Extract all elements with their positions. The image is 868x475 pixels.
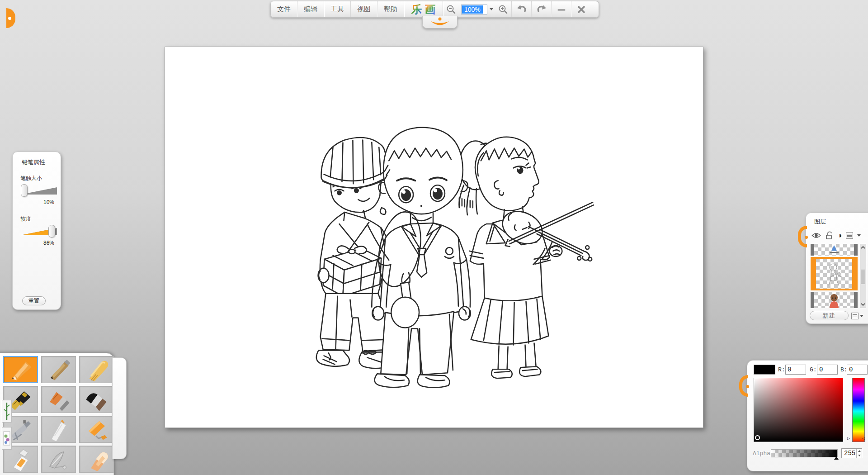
layers-panel-title: 图层	[814, 218, 826, 226]
paint-roller-icon	[84, 418, 110, 441]
tool-palette-panel	[0, 353, 114, 475]
color-panel-tab[interactable]	[739, 375, 748, 397]
softness-slider[interactable]	[21, 226, 57, 237]
tool-charcoal-pencil[interactable]	[41, 356, 76, 383]
minimize-icon	[557, 5, 566, 14]
bamboo-icon	[3, 402, 10, 421]
tool-flat-brush[interactable]	[41, 386, 76, 413]
eraser-icon	[84, 447, 110, 471]
brush-size-slider-thumb[interactable]	[21, 184, 28, 197]
pointed-brush-icon	[84, 388, 110, 411]
alpha-spin-down[interactable]	[857, 453, 862, 458]
logo-glyph-hua: 画	[425, 2, 436, 17]
sv-cursor[interactable]	[755, 435, 760, 440]
brush-size-value: 10%	[43, 199, 54, 205]
sketch-girl-with-violin	[459, 137, 594, 379]
layer-list-menu-icon[interactable]	[846, 232, 853, 239]
new-layer-button[interactable]: 新建	[810, 311, 849, 320]
hue-bar[interactable]	[852, 378, 865, 442]
close-button[interactable]	[571, 1, 591, 17]
minimize-button[interactable]	[552, 1, 571, 17]
canvas-artwork	[165, 47, 703, 428]
logo-glyph-le: 乐	[411, 2, 422, 17]
layer-menu-caret[interactable]	[857, 234, 861, 237]
picture-stamp-button[interactable]	[2, 427, 12, 450]
menu-file[interactable]: 文件	[271, 1, 297, 17]
tool-strip	[112, 357, 127, 459]
alpha-spin-up[interactable]	[857, 449, 862, 453]
menu-help[interactable]: 帮助	[377, 1, 404, 17]
zoom-dropdown-caret[interactable]	[490, 8, 493, 10]
tool-paint-tube[interactable]	[3, 446, 38, 473]
tool-pencil[interactable]	[3, 356, 38, 383]
scroll-down-icon[interactable]	[860, 301, 866, 308]
softness-label: 软度	[20, 215, 31, 223]
alpha-value[interactable]: 255	[842, 449, 856, 458]
layer-top-thumbnail	[814, 244, 854, 255]
panel-collapse-tab[interactable]	[57, 166, 66, 185]
undo-button[interactable]	[512, 1, 531, 17]
tool-eraser[interactable]	[79, 446, 114, 473]
visibility-eye-icon[interactable]	[811, 232, 821, 239]
app-window: 文件 编辑 工具 视图 帮助 乐 画 100%	[0, 0, 868, 475]
saturation-value-square[interactable]	[754, 378, 843, 442]
palette-knife-icon	[46, 447, 72, 471]
tool-paint-roller[interactable]	[79, 416, 114, 443]
layer-bottom[interactable]	[811, 292, 858, 308]
unlock-icon[interactable]	[825, 231, 833, 240]
tool-palette-tab[interactable]	[6, 8, 15, 28]
hue-marker-right[interactable]: ◁	[862, 436, 865, 441]
tool-crayon[interactable]	[79, 356, 114, 383]
pencil-icon	[8, 358, 34, 381]
layers-panel-tab[interactable]	[798, 226, 807, 247]
zoom-out-button[interactable]	[443, 1, 459, 17]
layer-scrollbar-thumb[interactable]	[861, 270, 865, 284]
red-input[interactable]	[785, 365, 806, 375]
toolbar-drag-handle[interactable]	[422, 16, 458, 28]
layer-options-icon	[851, 313, 859, 319]
blue-input[interactable]	[847, 365, 868, 375]
picture-stamp-icon	[3, 429, 10, 448]
alpha-marker[interactable]	[834, 456, 839, 460]
alpha-slider[interactable]	[771, 449, 838, 457]
layer-scrollbar[interactable]	[860, 244, 866, 308]
color-picker-panel: R: G: B: ▷ ◁ Alpha 255	[747, 360, 868, 471]
main-toolbar: 文件 编辑 工具 视图 帮助 乐 画 100%	[270, 1, 599, 18]
close-icon	[577, 5, 586, 14]
layer-options-caret	[860, 315, 863, 317]
zoom-level-value: 100%	[462, 5, 483, 14]
crayon-icon	[84, 358, 110, 381]
tool-pointed-brush[interactable]	[79, 386, 114, 413]
softness-fill	[21, 228, 52, 235]
paint-tube-icon	[8, 447, 34, 471]
undo-icon	[516, 4, 528, 15]
hue-marker-left[interactable]: ▷	[847, 436, 850, 441]
zoom-level-field[interactable]: 100%	[461, 5, 487, 14]
scroll-up-icon[interactable]	[860, 244, 866, 251]
redo-button[interactable]	[532, 1, 551, 17]
brush-size-slider[interactable]	[21, 185, 57, 196]
menu-edit[interactable]: 编辑	[297, 1, 324, 17]
softness-slider-thumb[interactable]	[48, 225, 55, 238]
menu-tools[interactable]: 工具	[324, 1, 351, 17]
layer-top[interactable]	[811, 244, 858, 256]
zoom-in-button[interactable]	[495, 1, 511, 17]
bamboo-stamp-button[interactable]	[2, 400, 12, 423]
flat-brush-icon	[46, 388, 72, 411]
alpha-gradient	[771, 450, 837, 457]
tool-paint-cone[interactable]	[41, 416, 76, 443]
blend-half-circle-icon[interactable]: ◑	[837, 232, 842, 239]
green-input[interactable]	[817, 365, 838, 375]
red-label: R:	[778, 366, 785, 373]
reset-button[interactable]: 重置	[22, 296, 46, 305]
pencil-panel-title: 铅笔属性	[22, 158, 45, 166]
layer-middle-selected[interactable]	[811, 257, 858, 290]
menu-view[interactable]: 视图	[351, 1, 377, 17]
softness-value: 86%	[43, 240, 54, 246]
alpha-spinbox: 255	[841, 448, 862, 458]
drawing-canvas[interactable]	[165, 47, 703, 428]
zoom-out-icon	[446, 4, 457, 15]
tool-palette-knife[interactable]	[41, 446, 76, 473]
layers-panel: 图层 ◑	[806, 213, 868, 324]
layer-options-button[interactable]	[851, 312, 866, 320]
